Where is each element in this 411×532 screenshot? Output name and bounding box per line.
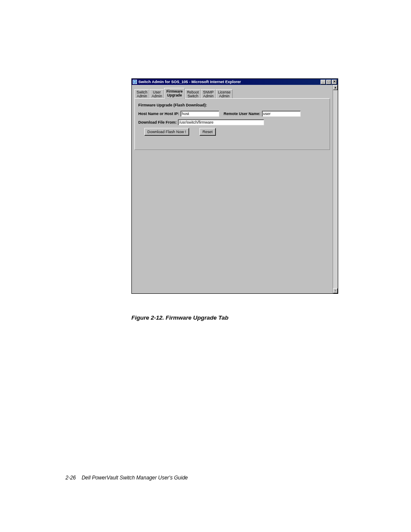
tab-reboot-switch[interactable]: Reboot Switch bbox=[185, 89, 201, 99]
figure-caption: Figure 2-12. Firmware Upgrade Tab bbox=[131, 314, 228, 321]
download-from-row: Download File From: bbox=[138, 119, 326, 125]
content-pane: Switch Admin User Admin Firmware Upgrade… bbox=[132, 85, 333, 293]
window-titlebar: e Switch Admin for SOS_105 - Microsoft I… bbox=[132, 79, 338, 85]
tab-strip: Switch Admin User Admin Firmware Upgrade… bbox=[134, 87, 330, 99]
vertical-scrollbar[interactable]: ▲ ▼ bbox=[333, 85, 338, 293]
panel-title: Firmware Upgrade (Flash Download): bbox=[138, 103, 326, 107]
button-row: Download Flash Now ! Reset bbox=[138, 128, 326, 136]
firmware-upgrade-panel: Firmware Upgrade (Flash Download): Host … bbox=[134, 98, 330, 150]
tab-license-admin[interactable]: License Admin bbox=[216, 89, 233, 99]
tab-snmp-admin[interactable]: SNMP Admin bbox=[201, 89, 216, 99]
document-page: e Switch Admin for SOS_105 - Microsoft I… bbox=[0, 0, 411, 532]
ie-icon: e bbox=[133, 80, 137, 84]
page-footer: 2-26 Dell PowerVault Switch Manager User… bbox=[65, 475, 188, 481]
browser-window: e Switch Admin for SOS_105 - Microsoft I… bbox=[131, 78, 338, 294]
reset-button[interactable]: Reset bbox=[199, 128, 216, 136]
close-button[interactable]: ✕ bbox=[332, 80, 337, 84]
scroll-track[interactable] bbox=[333, 90, 338, 288]
minimize-button[interactable]: _ bbox=[321, 80, 326, 84]
remote-user-input[interactable] bbox=[262, 111, 301, 117]
window-controls: _ □ ✕ bbox=[320, 80, 337, 84]
doc-title: Dell PowerVault Switch Manager User's Gu… bbox=[81, 475, 188, 481]
download-from-label: Download File From: bbox=[138, 120, 177, 124]
window-title: Switch Admin for SOS_105 - Microsoft Int… bbox=[138, 80, 320, 84]
tab-firmware-upgrade[interactable]: Firmware Upgrade bbox=[164, 88, 185, 99]
download-flash-button[interactable]: Download Flash Now ! bbox=[144, 128, 189, 136]
maximize-button[interactable]: □ bbox=[326, 80, 331, 84]
tab-user-admin[interactable]: User Admin bbox=[149, 89, 164, 99]
scroll-down-button[interactable]: ▼ bbox=[333, 288, 338, 293]
page-number: 2-26 bbox=[65, 475, 76, 481]
download-from-input[interactable] bbox=[178, 119, 264, 125]
scroll-up-button[interactable]: ▲ bbox=[333, 85, 338, 90]
host-row: Host Name or Host IP: Remote User Name: bbox=[138, 111, 326, 117]
tab-switch-admin[interactable]: Switch Admin bbox=[134, 89, 149, 99]
host-input[interactable] bbox=[181, 111, 219, 117]
remote-user-label: Remote User Name: bbox=[224, 112, 261, 116]
client-area: Switch Admin User Admin Firmware Upgrade… bbox=[132, 85, 338, 293]
host-label: Host Name or Host IP: bbox=[138, 112, 179, 116]
